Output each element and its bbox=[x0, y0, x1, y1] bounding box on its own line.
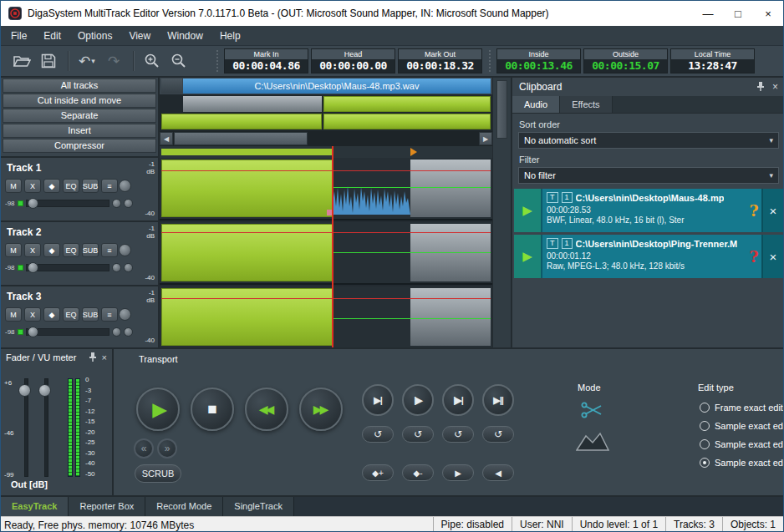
overview-view-region[interactable] bbox=[183, 96, 322, 112]
tab-reporter-box[interactable]: Reporter Box bbox=[69, 497, 145, 516]
track-fader[interactable] bbox=[26, 328, 109, 336]
audio-clip-green[interactable] bbox=[161, 288, 333, 346]
menu-help[interactable]: Help bbox=[211, 26, 249, 45]
playback-marker-icon[interactable] bbox=[410, 148, 417, 156]
sort-order-select[interactable]: No automatic sort ▾ bbox=[518, 132, 779, 149]
radio-selected-icon[interactable] bbox=[700, 458, 710, 468]
fader-knob[interactable] bbox=[38, 384, 51, 397]
clip-remove-button[interactable]: × bbox=[761, 189, 783, 232]
menu-edit[interactable]: Edit bbox=[35, 26, 69, 45]
edit-option-sample-exact-1[interactable]: Sample exact editing at bbox=[700, 421, 784, 431]
close-panel-icon[interactable]: × bbox=[102, 352, 107, 362]
fader-thumb[interactable] bbox=[28, 262, 38, 273]
cut-mode-scissors-icon[interactable] bbox=[581, 401, 603, 423]
stop-button[interactable]: ■ bbox=[191, 388, 234, 431]
track-menu-button[interactable]: ≡ bbox=[101, 243, 118, 257]
aux-knob[interactable] bbox=[112, 199, 121, 208]
fader-thumb[interactable] bbox=[28, 327, 38, 337]
sub-button[interactable]: SUB bbox=[82, 307, 99, 322]
horizontal-scrollbar[interactable]: ◀ ▶ bbox=[160, 131, 492, 146]
track-lane-3[interactable] bbox=[160, 286, 492, 347]
add-marker-button[interactable]: ◆+ bbox=[362, 464, 394, 481]
mute-button[interactable]: M bbox=[5, 307, 22, 322]
menu-view[interactable]: View bbox=[120, 26, 159, 45]
pan-knob[interactable] bbox=[119, 308, 131, 321]
tab-singletrack[interactable]: SingleTrack bbox=[223, 497, 294, 516]
sub-button[interactable]: SUB bbox=[82, 179, 99, 193]
track-fader[interactable] bbox=[26, 200, 109, 207]
sub-button[interactable]: SUB bbox=[82, 243, 99, 257]
scrollbar-thumb[interactable] bbox=[174, 132, 308, 145]
minimize-button[interactable]: — bbox=[693, 1, 723, 26]
scroll-right-button[interactable]: ▶ bbox=[479, 132, 492, 145]
audio-clip-gray[interactable] bbox=[410, 160, 491, 217]
tool-compressor[interactable]: Compressor bbox=[3, 139, 156, 153]
play-button[interactable]: ▶ bbox=[136, 388, 180, 431]
pan-knob[interactable] bbox=[119, 180, 131, 192]
clip-play-button[interactable]: ▶ bbox=[514, 189, 542, 232]
remove-marker-button[interactable]: ◆- bbox=[402, 464, 434, 481]
tool-separate[interactable]: Separate bbox=[3, 109, 156, 123]
marker-button[interactable]: ◆ bbox=[43, 179, 60, 193]
tool-insert[interactable]: Insert bbox=[3, 124, 156, 138]
ruler-selection-bar[interactable] bbox=[161, 149, 333, 155]
play-around-button[interactable]: ▶|| bbox=[482, 384, 514, 416]
tab-audio[interactable]: Audio bbox=[512, 96, 560, 113]
tab-record-mode[interactable]: Record Mode bbox=[145, 497, 223, 516]
pin-icon[interactable] bbox=[756, 81, 765, 94]
fader-thumb[interactable] bbox=[28, 198, 38, 209]
mute-button[interactable]: M bbox=[5, 243, 22, 257]
clipboard-item[interactable]: ▶ T 1 C:\Users\nin\Desktop\Ping-Trenner.… bbox=[514, 235, 783, 278]
automation-line-red[interactable] bbox=[161, 232, 491, 233]
loop-button[interactable]: ↺ bbox=[402, 426, 434, 443]
skip-back-button[interactable]: « bbox=[134, 438, 154, 459]
overview-clip[interactable] bbox=[161, 114, 322, 129]
vertical-scrollbar[interactable] bbox=[492, 78, 511, 347]
overview-clip[interactable] bbox=[323, 96, 491, 112]
radio-icon[interactable] bbox=[700, 421, 710, 431]
automation-line-green[interactable] bbox=[333, 187, 491, 188]
tool-all-tracks[interactable]: All tracks bbox=[3, 79, 156, 93]
automation-line-green[interactable] bbox=[333, 252, 491, 253]
eq-button[interactable]: EQ bbox=[63, 307, 79, 322]
aux-knob[interactable] bbox=[124, 199, 133, 208]
toolbar-grip[interactable] bbox=[489, 50, 491, 72]
automation-line-red[interactable] bbox=[161, 170, 491, 171]
scrub-button[interactable]: SCRUB bbox=[135, 464, 181, 483]
track-menu-button[interactable]: ≡ bbox=[101, 307, 118, 322]
nudge-left-button[interactable]: ◀ bbox=[482, 464, 514, 481]
maximize-button[interactable]: □ bbox=[723, 1, 753, 26]
clip-play-button[interactable]: ▶ bbox=[514, 235, 542, 278]
aux-knob[interactable] bbox=[112, 327, 121, 337]
clipboard-item[interactable]: ▶ T 1 C:\Users\nin\Desktop\Maus-48.mp 00… bbox=[514, 189, 783, 232]
loop-button[interactable]: ↺ bbox=[442, 426, 474, 443]
cross-button[interactable]: X bbox=[24, 243, 41, 257]
tab-easytrack[interactable]: EasyTrack bbox=[1, 497, 69, 516]
audio-clip-green[interactable] bbox=[161, 160, 333, 217]
pin-icon[interactable] bbox=[89, 352, 97, 363]
clip-remove-button[interactable]: × bbox=[761, 235, 783, 278]
close-panel-icon[interactable]: × bbox=[772, 81, 778, 93]
rewind-button[interactable]: ◀◀ bbox=[245, 388, 288, 431]
audio-clip-gray[interactable] bbox=[410, 288, 491, 346]
save-icon[interactable] bbox=[36, 49, 61, 73]
play-to-mark-button[interactable]: ▶| bbox=[362, 384, 394, 416]
edit-option-frame-exact[interactable]: Frame exact editing bbox=[700, 403, 784, 413]
track-menu-button[interactable]: ≡ bbox=[101, 179, 118, 193]
marker-button[interactable]: ◆ bbox=[43, 307, 60, 322]
scroll-left-button[interactable]: ◀ bbox=[160, 132, 173, 145]
eq-button[interactable]: EQ bbox=[63, 179, 79, 193]
filter-select[interactable]: No filter ▾ bbox=[518, 167, 779, 184]
marker-button[interactable]: ◆ bbox=[43, 243, 60, 257]
scrollbar-thumb[interactable] bbox=[496, 80, 507, 139]
menu-file[interactable]: File bbox=[3, 26, 35, 45]
radio-icon[interactable] bbox=[700, 439, 710, 449]
menu-window[interactable]: Window bbox=[159, 26, 211, 45]
tab-effects[interactable]: Effects bbox=[560, 96, 612, 113]
track-fader[interactable] bbox=[26, 264, 109, 271]
undo-button[interactable]: ↶▾ bbox=[74, 49, 99, 73]
edit-option-sample-exact-2[interactable]: Sample exact editing us bbox=[700, 439, 784, 449]
edit-option-sample-exact-3[interactable]: Sample exact editing us bbox=[700, 458, 784, 468]
loop-button[interactable]: ↺ bbox=[482, 426, 514, 443]
fade-mode-icon[interactable] bbox=[576, 431, 609, 454]
